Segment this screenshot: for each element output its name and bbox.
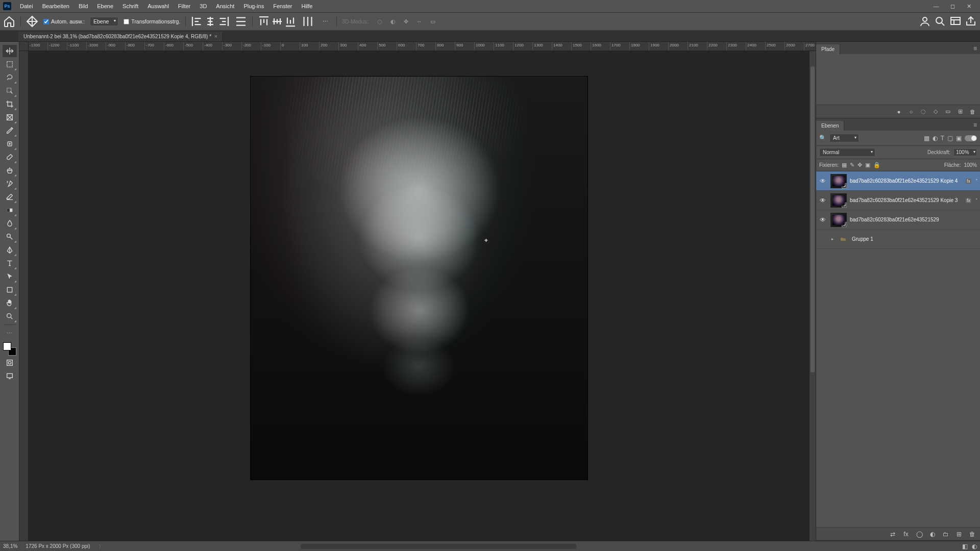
color-swatches[interactable] [3, 342, 16, 356]
menu-plugins[interactable]: Plug-ins [239, 1, 268, 11]
menu-schrift[interactable]: Schrift [118, 1, 143, 11]
healing-brush-tool[interactable] [3, 138, 17, 150]
layer-thumbnail[interactable]: ▣ [830, 213, 847, 227]
menu-datei[interactable]: Datei [15, 1, 38, 11]
type-tool[interactable] [3, 257, 17, 269]
gradient-tool[interactable] [3, 204, 17, 216]
layer-filter-search-icon[interactable]: 🔍 [819, 135, 826, 141]
lock-position-icon[interactable]: ✥ [857, 162, 862, 168]
align-left-icon[interactable] [191, 15, 203, 28]
marquee-tool[interactable] [3, 58, 17, 70]
filter-type-icon[interactable]: T [941, 135, 944, 142]
group-expand-icon[interactable]: ▸ [830, 237, 835, 241]
align-hcenter-icon[interactable] [204, 15, 216, 28]
timeline-zoom-icon[interactable]: ◐ [972, 543, 977, 550]
auto-select-target-select[interactable]: Ebene [90, 17, 118, 26]
stroke-path-icon[interactable]: ○ [906, 107, 916, 116]
menu-fenster[interactable]: Fenster [268, 1, 297, 11]
history-brush-tool[interactable] [3, 178, 17, 190]
menu-3d[interactable]: 3D [195, 1, 211, 11]
path-to-selection-icon[interactable]: ◌ [919, 107, 928, 116]
menu-bild[interactable]: Bild [74, 1, 92, 11]
fill-input[interactable]: 100% [964, 162, 977, 168]
window-minimize-button[interactable]: — [928, 2, 944, 11]
add-mask-path-icon[interactable]: ▭ [943, 107, 952, 116]
layer-name-label[interactable]: bad7ba82c60283ba0f21e62e43521529 Kopie 3 [850, 197, 963, 203]
share-icon[interactable] [965, 15, 977, 28]
layers-panel-menu-icon[interactable]: ≡ [970, 119, 980, 131]
layer-fx-badge[interactable]: fx [966, 179, 971, 184]
foreground-color-swatch[interactable] [3, 342, 11, 350]
align-bottom-icon[interactable] [284, 15, 297, 28]
delete-layer-icon[interactable]: 🗑 [968, 531, 977, 538]
vertical-scrollbar[interactable] [810, 51, 816, 541]
brush-tool[interactable] [3, 151, 17, 163]
cloud-docs-icon[interactable] [919, 15, 931, 28]
document-canvas[interactable]: ⌖ [29, 51, 810, 541]
menu-hilfe[interactable]: Hilfe [297, 1, 317, 11]
layer-row[interactable]: 👁▣bad7ba82c60283ba0f21e62e43521529 Kopie… [816, 191, 980, 210]
filter-pixel-icon[interactable]: ▦ [924, 135, 929, 142]
filter-smart-icon[interactable]: ▣ [956, 135, 962, 142]
horizontal-ruler[interactable]: -1300-1200-1100-1000-900-800-700-600-500… [29, 42, 816, 51]
document-tab-close-icon[interactable]: × [214, 34, 217, 39]
paths-tab[interactable]: Pfade [816, 44, 840, 54]
path-selection-tool[interactable] [3, 270, 17, 283]
home-icon[interactable] [3, 15, 15, 28]
horizontal-scrollbar[interactable] [301, 544, 576, 549]
align-vcenter-icon[interactable] [271, 15, 283, 28]
filter-adjust-icon[interactable]: ◐ [933, 135, 938, 142]
layer-thumbnail[interactable]: ▣ [830, 193, 847, 208]
layer-row[interactable]: 👁▣bad7ba82c60283ba0f21e62e43521529 Kopie… [816, 171, 980, 191]
pen-tool[interactable] [3, 244, 17, 256]
crop-tool[interactable] [3, 98, 17, 110]
shape-tool[interactable] [3, 284, 17, 296]
lock-pixels-icon[interactable]: ✎ [850, 162, 854, 168]
more-align-icon[interactable]: ⋯ [319, 15, 331, 28]
eyedropper-tool[interactable] [3, 124, 17, 137]
window-maximize-button[interactable]: ◻ [944, 2, 961, 11]
ruler-origin[interactable] [19, 42, 29, 51]
move-tool[interactable] [3, 45, 17, 57]
menu-filter[interactable]: Filter [174, 1, 195, 11]
frame-tool[interactable] [3, 111, 17, 123]
auto-select-input[interactable] [43, 19, 49, 24]
menu-auswahl[interactable]: Auswahl [143, 1, 174, 11]
dodge-tool[interactable] [3, 231, 17, 243]
opacity-input[interactable]: 100% [953, 148, 977, 156]
delete-path-icon[interactable]: 🗑 [968, 107, 977, 116]
distribute-icon[interactable] [235, 15, 247, 28]
layer-filter-toggle[interactable] [965, 135, 977, 141]
vertical-ruler[interactable] [19, 51, 29, 541]
layer-thumbnail[interactable]: ▣ [830, 174, 847, 188]
paths-panel-menu-icon[interactable]: ≡ [970, 43, 980, 54]
lock-artboard-icon[interactable]: ▣ [865, 162, 870, 168]
layer-fx-badge[interactable]: fx [966, 198, 971, 203]
layer-visibility-icon[interactable]: 👁 [818, 197, 827, 204]
new-group-icon[interactable]: 🗀 [941, 531, 950, 538]
auto-select-checkbox[interactable]: Autom. ausw.: [43, 18, 85, 24]
link-layers-icon[interactable]: ⇄ [888, 531, 897, 538]
blur-tool[interactable] [3, 217, 17, 230]
screen-mode-icon[interactable] [3, 370, 17, 382]
image-surface[interactable]: ⌖ [251, 77, 587, 480]
quick-selection-tool[interactable] [3, 85, 17, 97]
lock-all-icon[interactable]: 🔒 [873, 162, 880, 168]
layer-name-label[interactable]: Gruppe 1 [852, 236, 978, 242]
layer-name-label[interactable]: bad7ba82c60283ba0f21e62e43521529 [850, 217, 978, 222]
transform-controls-checkbox[interactable]: Transformationsstrg. [124, 18, 180, 24]
add-adjustment-icon[interactable]: ◐ [928, 531, 937, 538]
status-doc-info[interactable]: 1726 Px x 2000 Px (300 ppi) [26, 543, 90, 549]
layer-visibility-icon[interactable]: 👁 [818, 216, 827, 223]
hand-tool[interactable] [3, 297, 17, 309]
layer-visibility-icon[interactable]: 👁 [818, 178, 827, 185]
layer-row[interactable]: 👁▣bad7ba82c60283ba0f21e62e43521529 [816, 210, 980, 230]
document-tab-active[interactable]: Unbenannt-2 bei 38,1% (bad7ba82c60283ba0… [18, 32, 223, 41]
layer-fx-icon[interactable]: fx [901, 531, 911, 538]
zoom-tool[interactable] [3, 310, 17, 322]
quick-mask-icon[interactable] [3, 357, 17, 369]
align-right-icon[interactable] [217, 15, 230, 28]
layer-fx-collapse-icon[interactable]: ˅ [975, 198, 978, 203]
clone-stamp-tool[interactable] [3, 164, 17, 177]
workspace-icon[interactable] [949, 15, 962, 28]
